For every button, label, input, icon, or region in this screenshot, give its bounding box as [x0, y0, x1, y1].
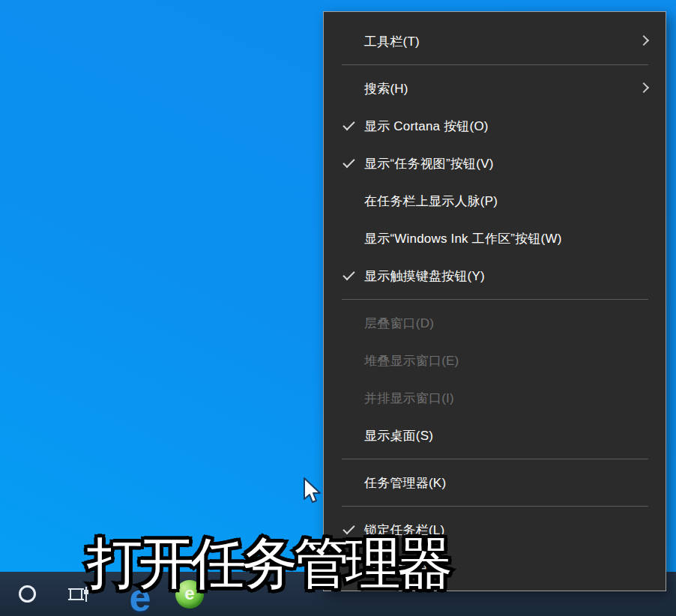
menu-item-label: 显示触摸键盘按钮(Y)	[364, 268, 485, 285]
cortana-button[interactable]	[12, 572, 42, 616]
menu-item: 层叠窗口(D)	[324, 304, 666, 342]
menu-separator	[324, 501, 666, 511]
menu-item[interactable]: 显示 Cortana 按钮(O)	[324, 107, 666, 145]
menu-separator	[324, 454, 666, 464]
menu-item: 堆叠显示窗口(E)	[324, 342, 666, 379]
menu-item-label: 任务管理器(K)	[364, 474, 446, 492]
menu-item-label: 显示桌面(S)	[364, 427, 433, 444]
cortana-icon	[19, 585, 36, 603]
menu-item-label: 并排显示窗口(I)	[364, 390, 454, 407]
menu-item[interactable]: 任务管理器(K)	[324, 464, 666, 501]
checkmark-icon	[342, 156, 354, 168]
menu-item[interactable]: 工具栏(T)	[324, 22, 666, 60]
menu-item-label: 层叠窗口(D)	[364, 315, 434, 332]
menu-item[interactable]: 显示触摸键盘按钮(Y)	[324, 257, 666, 295]
caption-overlay: 打开任务管理器	[87, 528, 449, 600]
menu-item[interactable]: 显示“Windows Ink 工作区”按钮(W)	[324, 220, 666, 257]
checkmark-icon	[342, 118, 354, 130]
checkmark-icon	[342, 268, 354, 280]
menu-item-label: 显示“Windows Ink 工作区”按钮(W)	[364, 230, 562, 247]
menu-item[interactable]: 显示桌面(S)	[324, 417, 666, 454]
menu-separator	[324, 60, 666, 70]
taskbar-context-menu: 工具栏(T)搜索(H)显示 Cortana 按钮(O)显示“任务视图”按钮(V)…	[323, 11, 666, 591]
menu-separator	[324, 295, 666, 304]
menu-item-label: 搜索(H)	[364, 80, 408, 97]
menu-item[interactable]: 搜索(H)	[324, 70, 666, 107]
mouse-cursor	[303, 477, 322, 507]
menu-item-label: 工具栏(T)	[364, 33, 420, 50]
menu-item-label: 堆叠显示窗口(E)	[364, 352, 459, 369]
menu-item[interactable]: 在任务栏上显示人脉(P)	[324, 182, 666, 220]
menu-item-label: 在任务栏上显示人脉(P)	[364, 193, 498, 210]
menu-item[interactable]: 显示“任务视图”按钮(V)	[324, 145, 666, 182]
menu-item-label: 显示 Cortana 按钮(O)	[364, 118, 489, 135]
menu-item-label: 显示“任务视图”按钮(V)	[364, 155, 494, 172]
submenu-chevron-icon	[639, 82, 649, 93]
menu-item: 并排显示窗口(I)	[324, 379, 666, 417]
submenu-chevron-icon	[639, 35, 649, 46]
